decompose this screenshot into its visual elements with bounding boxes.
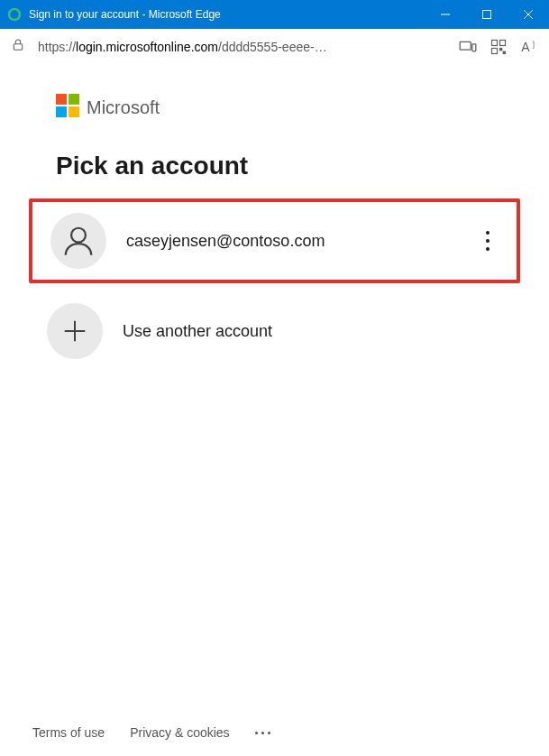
svg-point-1 [10, 10, 18, 18]
terms-link[interactable]: Terms of use [32, 725, 105, 740]
account-list: caseyjensen@contoso.com Use another acco… [29, 198, 520, 370]
url-path: /dddd5555-eeee-… [218, 40, 327, 54]
footer-more-icon[interactable] [255, 732, 270, 734]
svg-rect-6 [14, 44, 22, 51]
plus-icon [47, 303, 103, 359]
qr-icon[interactable] [490, 39, 508, 55]
page-heading: Pick an account [56, 152, 520, 180]
svg-rect-15 [69, 94, 79, 105]
microsoft-logo-icon [56, 94, 79, 121]
svg-rect-8 [472, 44, 476, 51]
use-another-account[interactable]: Use another account [29, 292, 520, 370]
minimize-button[interactable] [425, 0, 466, 29]
svg-rect-13 [503, 51, 505, 53]
url-domain: login.microsoftonline.com [76, 40, 218, 54]
window-title: Sign in to your account - Microsoft Edge [29, 8, 425, 21]
device-sync-icon[interactable] [459, 40, 477, 54]
address-bar: https://login.microsoftonline.com/dddd55… [0, 29, 549, 65]
avatar [50, 213, 106, 269]
svg-rect-16 [56, 106, 67, 117]
url-scheme: https:// [38, 40, 76, 54]
use-another-label: Use another account [123, 322, 502, 341]
close-button[interactable] [508, 0, 549, 29]
lock-icon[interactable] [11, 38, 25, 56]
svg-rect-10 [500, 41, 506, 46]
footer: Terms of use Privacy & cookies [0, 709, 549, 756]
microsoft-brand: Microsoft [56, 94, 520, 121]
url-field[interactable]: https://login.microsoftonline.com/dddd55… [38, 40, 446, 54]
window-controls [425, 0, 549, 29]
svg-rect-7 [460, 41, 471, 50]
svg-rect-14 [56, 94, 67, 105]
svg-point-18 [71, 228, 86, 243]
svg-rect-11 [492, 49, 498, 54]
brand-text: Microsoft [87, 97, 160, 118]
account-menu-icon[interactable] [477, 231, 499, 251]
edge-app-icon [7, 7, 22, 22]
read-aloud-icon[interactable]: A❳ [520, 40, 538, 54]
svg-rect-12 [500, 49, 502, 51]
page-content: Microsoft Pick an account caseyjensen@co… [0, 65, 549, 709]
maximize-button[interactable] [466, 0, 508, 29]
privacy-link[interactable]: Privacy & cookies [130, 725, 229, 740]
window-titlebar: Sign in to your account - Microsoft Edge [0, 0, 549, 29]
svg-rect-3 [483, 11, 491, 19]
svg-rect-9 [492, 41, 498, 46]
account-item[interactable]: caseyjensen@contoso.com [29, 198, 520, 283]
account-email: caseyjensen@contoso.com [126, 232, 457, 251]
svg-rect-17 [69, 106, 79, 117]
